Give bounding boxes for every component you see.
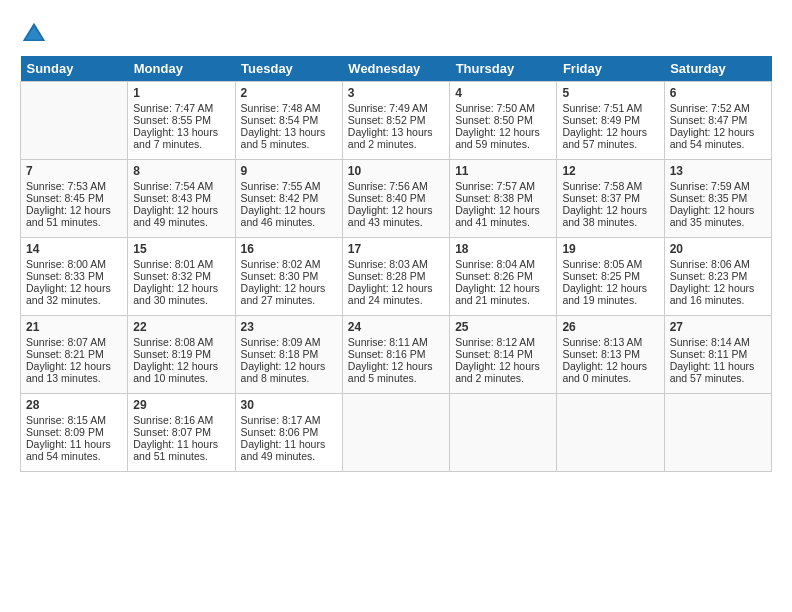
- day-number: 2: [241, 86, 337, 100]
- sunset-text: Sunset: 8:21 PM: [26, 348, 104, 360]
- day-number: 4: [455, 86, 551, 100]
- day-number: 25: [455, 320, 551, 334]
- sunset-text: Sunset: 8:43 PM: [133, 192, 211, 204]
- calendar-cell: 2Sunrise: 7:48 AMSunset: 8:54 PMDaylight…: [235, 82, 342, 160]
- sunset-text: Sunset: 8:18 PM: [241, 348, 319, 360]
- sunset-text: Sunset: 8:25 PM: [562, 270, 640, 282]
- daylight-text: Daylight: 12 hours and 35 minutes.: [670, 204, 755, 228]
- calendar-cell: 1Sunrise: 7:47 AMSunset: 8:55 PMDaylight…: [128, 82, 235, 160]
- sunrise-text: Sunrise: 8:03 AM: [348, 258, 428, 270]
- sunset-text: Sunset: 8:30 PM: [241, 270, 319, 282]
- sunrise-text: Sunrise: 8:16 AM: [133, 414, 213, 426]
- sunset-text: Sunset: 8:23 PM: [670, 270, 748, 282]
- daylight-text: Daylight: 12 hours and 46 minutes.: [241, 204, 326, 228]
- sunrise-text: Sunrise: 8:00 AM: [26, 258, 106, 270]
- day-number: 10: [348, 164, 444, 178]
- sunset-text: Sunset: 8:13 PM: [562, 348, 640, 360]
- daylight-text: Daylight: 12 hours and 19 minutes.: [562, 282, 647, 306]
- sunset-text: Sunset: 8:35 PM: [670, 192, 748, 204]
- calendar-cell: 22Sunrise: 8:08 AMSunset: 8:19 PMDayligh…: [128, 316, 235, 394]
- sunrise-text: Sunrise: 8:13 AM: [562, 336, 642, 348]
- sunset-text: Sunset: 8:14 PM: [455, 348, 533, 360]
- calendar-cell: [557, 394, 664, 472]
- week-row-0: 1Sunrise: 7:47 AMSunset: 8:55 PMDaylight…: [21, 82, 772, 160]
- day-number: 16: [241, 242, 337, 256]
- calendar-cell: 12Sunrise: 7:58 AMSunset: 8:37 PMDayligh…: [557, 160, 664, 238]
- sunrise-text: Sunrise: 7:57 AM: [455, 180, 535, 192]
- day-number: 17: [348, 242, 444, 256]
- sunset-text: Sunset: 8:54 PM: [241, 114, 319, 126]
- sunrise-text: Sunrise: 8:04 AM: [455, 258, 535, 270]
- sunset-text: Sunset: 8:38 PM: [455, 192, 533, 204]
- day-number: 11: [455, 164, 551, 178]
- sunrise-text: Sunrise: 7:47 AM: [133, 102, 213, 114]
- sunrise-text: Sunrise: 8:02 AM: [241, 258, 321, 270]
- sunrise-text: Sunrise: 8:01 AM: [133, 258, 213, 270]
- calendar-cell: 25Sunrise: 8:12 AMSunset: 8:14 PMDayligh…: [450, 316, 557, 394]
- daylight-text: Daylight: 12 hours and 0 minutes.: [562, 360, 647, 384]
- calendar-cell: 4Sunrise: 7:50 AMSunset: 8:50 PMDaylight…: [450, 82, 557, 160]
- day-number: 7: [26, 164, 122, 178]
- sunrise-text: Sunrise: 7:59 AM: [670, 180, 750, 192]
- sunrise-text: Sunrise: 7:50 AM: [455, 102, 535, 114]
- sunrise-text: Sunrise: 8:09 AM: [241, 336, 321, 348]
- calendar-cell: 28Sunrise: 8:15 AMSunset: 8:09 PMDayligh…: [21, 394, 128, 472]
- calendar-cell: 10Sunrise: 7:56 AMSunset: 8:40 PMDayligh…: [342, 160, 449, 238]
- calendar-cell: [450, 394, 557, 472]
- header-thursday: Thursday: [450, 56, 557, 82]
- day-number: 5: [562, 86, 658, 100]
- sunrise-text: Sunrise: 7:55 AM: [241, 180, 321, 192]
- week-row-4: 28Sunrise: 8:15 AMSunset: 8:09 PMDayligh…: [21, 394, 772, 472]
- sunset-text: Sunset: 8:49 PM: [562, 114, 640, 126]
- calendar-cell: 30Sunrise: 8:17 AMSunset: 8:06 PMDayligh…: [235, 394, 342, 472]
- day-number: 8: [133, 164, 229, 178]
- sunset-text: Sunset: 8:19 PM: [133, 348, 211, 360]
- daylight-text: Daylight: 12 hours and 24 minutes.: [348, 282, 433, 306]
- sunset-text: Sunset: 8:47 PM: [670, 114, 748, 126]
- calendar-cell: 14Sunrise: 8:00 AMSunset: 8:33 PMDayligh…: [21, 238, 128, 316]
- daylight-text: Daylight: 12 hours and 59 minutes.: [455, 126, 540, 150]
- calendar-cell: 11Sunrise: 7:57 AMSunset: 8:38 PMDayligh…: [450, 160, 557, 238]
- calendar-cell: 13Sunrise: 7:59 AMSunset: 8:35 PMDayligh…: [664, 160, 771, 238]
- sunrise-text: Sunrise: 7:58 AM: [562, 180, 642, 192]
- sunrise-text: Sunrise: 7:48 AM: [241, 102, 321, 114]
- day-number: 13: [670, 164, 766, 178]
- day-number: 30: [241, 398, 337, 412]
- sunset-text: Sunset: 8:28 PM: [348, 270, 426, 282]
- daylight-text: Daylight: 12 hours and 13 minutes.: [26, 360, 111, 384]
- daylight-text: Daylight: 12 hours and 41 minutes.: [455, 204, 540, 228]
- day-number: 19: [562, 242, 658, 256]
- header-saturday: Saturday: [664, 56, 771, 82]
- day-number: 24: [348, 320, 444, 334]
- calendar-cell: 7Sunrise: 7:53 AMSunset: 8:45 PMDaylight…: [21, 160, 128, 238]
- header-monday: Monday: [128, 56, 235, 82]
- daylight-text: Daylight: 12 hours and 16 minutes.: [670, 282, 755, 306]
- sunrise-text: Sunrise: 7:56 AM: [348, 180, 428, 192]
- sunrise-text: Sunrise: 7:52 AM: [670, 102, 750, 114]
- daylight-text: Daylight: 12 hours and 57 minutes.: [562, 126, 647, 150]
- week-row-1: 7Sunrise: 7:53 AMSunset: 8:45 PMDaylight…: [21, 160, 772, 238]
- sunset-text: Sunset: 8:06 PM: [241, 426, 319, 438]
- day-number: 6: [670, 86, 766, 100]
- header-friday: Friday: [557, 56, 664, 82]
- calendar-cell: 5Sunrise: 7:51 AMSunset: 8:49 PMDaylight…: [557, 82, 664, 160]
- sunrise-text: Sunrise: 7:51 AM: [562, 102, 642, 114]
- calendar-cell: 20Sunrise: 8:06 AMSunset: 8:23 PMDayligh…: [664, 238, 771, 316]
- calendar-cell: [342, 394, 449, 472]
- daylight-text: Daylight: 12 hours and 32 minutes.: [26, 282, 111, 306]
- daylight-text: Daylight: 11 hours and 57 minutes.: [670, 360, 755, 384]
- day-number: 15: [133, 242, 229, 256]
- day-number: 1: [133, 86, 229, 100]
- sunset-text: Sunset: 8:26 PM: [455, 270, 533, 282]
- logo: [20, 20, 52, 48]
- logo-icon: [20, 20, 48, 48]
- calendar-header-row: SundayMondayTuesdayWednesdayThursdayFrid…: [21, 56, 772, 82]
- calendar-cell: 9Sunrise: 7:55 AMSunset: 8:42 PMDaylight…: [235, 160, 342, 238]
- sunrise-text: Sunrise: 8:06 AM: [670, 258, 750, 270]
- daylight-text: Daylight: 12 hours and 10 minutes.: [133, 360, 218, 384]
- calendar-cell: 18Sunrise: 8:04 AMSunset: 8:26 PMDayligh…: [450, 238, 557, 316]
- sunset-text: Sunset: 8:52 PM: [348, 114, 426, 126]
- day-number: 9: [241, 164, 337, 178]
- sunrise-text: Sunrise: 8:08 AM: [133, 336, 213, 348]
- day-number: 28: [26, 398, 122, 412]
